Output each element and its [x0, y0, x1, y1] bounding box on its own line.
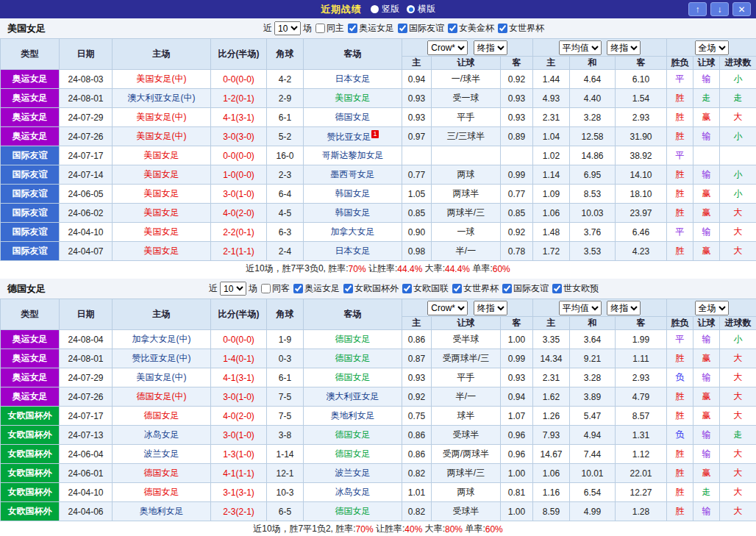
home-team[interactable]: 美国女足 [113, 185, 211, 204]
odds-stage-select[interactable]: 终指 [474, 301, 507, 315]
filter-same-side-checkbox[interactable] [315, 24, 325, 33]
home-team[interactable]: 加拿大女足(中) [113, 330, 211, 349]
home-team[interactable]: 波兰女足 [113, 445, 211, 464]
corners: 16-0 [267, 146, 304, 165]
filter-competition-checkbox[interactable] [348, 24, 357, 33]
filter-competition-checkbox[interactable] [452, 284, 462, 293]
filter-competition[interactable]: 世女欧预 [552, 282, 599, 295]
competition-tag: 国际友谊 [1, 165, 60, 185]
match-date: 24-07-26 [60, 387, 113, 407]
col-type: 类型 [1, 39, 60, 70]
away-odds: 0.93 [501, 89, 533, 108]
home-team[interactable]: 美国女足(中) [113, 108, 211, 127]
away-team[interactable]: 冰岛女足 [304, 483, 402, 502]
home-team[interactable]: 美国女足 [113, 204, 211, 223]
away-team[interactable]: 韩国女足 [304, 204, 402, 223]
table-row: 女欧国杯外24-07-17德国女足4-0(2-0)7-5奥地利女足0.75球半1… [1, 407, 756, 426]
away-team[interactable]: 澳大利亚女足 [304, 387, 402, 407]
home-team[interactable]: 美国女足(中) [113, 368, 211, 387]
table-row: 国际友谊24-07-17美国女足0-0(0-0)16-0哥斯达黎加女足1.021… [1, 146, 756, 165]
filter-competition-checkbox[interactable] [293, 284, 303, 293]
filter-competition[interactable]: 女欧国杯外 [343, 282, 399, 295]
away-team[interactable]: 哥斯达黎加女足 [304, 146, 402, 165]
result-goals: 大 [720, 407, 756, 426]
away-odds: 0.77 [501, 185, 533, 204]
away-team[interactable]: 德国女足 [304, 368, 402, 387]
result-goals: 走 [720, 426, 756, 445]
filter-competition[interactable]: 女世界杯 [498, 22, 544, 35]
home-team[interactable]: 德国女足 [113, 407, 211, 426]
fulltime-select[interactable]: 全场 [695, 301, 729, 315]
home-team[interactable]: 德国女足(中) [113, 387, 211, 407]
away-team[interactable]: 德国女足 [304, 445, 402, 464]
away-team[interactable]: 日本女足 [304, 242, 402, 261]
close-button[interactable]: ✕ [732, 2, 751, 16]
result-goals: 大 [720, 204, 756, 223]
match-count-select[interactable]: 10 [274, 21, 301, 35]
away-team[interactable]: 德国女足 [304, 349, 402, 368]
layout-radio[interactable]: 横版 [407, 3, 435, 15]
col-goals: 进球数 [720, 57, 756, 70]
away-team[interactable]: 奥地利女足 [304, 407, 402, 426]
home-team[interactable]: 德国女足 [113, 483, 211, 502]
scroll-up-button[interactable]: ↑ [688, 2, 707, 16]
filter-competition-checkbox[interactable] [502, 284, 512, 293]
filter-same-side[interactable]: 同客 [261, 282, 290, 295]
bookmaker-select[interactable]: Crow* [427, 301, 468, 315]
col-avg-away: 客 [616, 317, 667, 330]
home-team[interactable]: 奥地利女足 [113, 502, 211, 521]
odds-stage-select[interactable]: 终指 [474, 40, 507, 55]
filter-same-side[interactable]: 同主 [315, 22, 344, 35]
filter-competition-checkbox[interactable] [402, 284, 412, 293]
away-team[interactable]: 德国女足 [304, 108, 402, 127]
away-team[interactable]: 德国女足 [304, 330, 402, 349]
away-team[interactable]: 波兰女足 [304, 464, 402, 483]
corners: 6-5 [267, 502, 304, 521]
match-count-select[interactable]: 10 [220, 282, 246, 296]
filter-competition-checkbox[interactable] [552, 284, 562, 293]
result-handicap: 赢 [693, 204, 720, 223]
home-team[interactable]: 美国女足 [113, 146, 211, 165]
avg-stage-select[interactable]: 终指 [607, 40, 641, 55]
radio-icon [407, 5, 415, 13]
home-team[interactable]: 美国女足(中) [113, 127, 211, 146]
average-select[interactable]: 平均值 [559, 301, 602, 315]
filter-competition[interactable]: 奥运女足 [293, 282, 340, 295]
home-team[interactable]: 赞比亚女足(中) [113, 349, 211, 368]
fulltime-select[interactable]: 全场 [695, 40, 729, 55]
filter-competition-checkbox[interactable] [343, 284, 353, 293]
filter-competition[interactable]: 国际友谊 [398, 22, 444, 35]
away-team[interactable]: 加拿大女足 [304, 223, 402, 242]
away-team[interactable]: 韩国女足 [304, 185, 402, 204]
filter-competition[interactable]: 女世界杯 [452, 282, 499, 295]
away-team[interactable]: 日本女足 [304, 70, 402, 89]
avg-stage-select[interactable]: 终指 [607, 301, 641, 315]
home-odds: 0.92 [402, 387, 432, 407]
filter-same-side-checkbox[interactable] [261, 284, 271, 293]
home-team[interactable]: 美国女足 [113, 165, 211, 185]
home-team[interactable]: 冰岛女足 [113, 426, 211, 445]
filter-competition-checkbox[interactable] [398, 24, 407, 33]
away-team[interactable]: 墨西哥女足 [304, 165, 402, 185]
away-team[interactable]: 德国女足 [304, 502, 402, 521]
scroll-down-button[interactable]: ↓ [710, 2, 729, 16]
home-team[interactable]: 美国女足 [113, 223, 211, 242]
layout-radio[interactable]: 竖版 [371, 3, 399, 15]
home-team[interactable]: 美国女足(中) [113, 70, 211, 89]
filter-competition[interactable]: 奥运女足 [348, 22, 394, 35]
away-team[interactable]: 美国女足 [304, 89, 402, 108]
away-team[interactable]: 德国女足 [304, 426, 402, 445]
filter-competition[interactable]: 女美金杯 [448, 22, 494, 35]
average-select[interactable]: 平均值 [559, 40, 602, 55]
filter-competition-checkbox[interactable] [448, 24, 457, 33]
filter-competition[interactable]: 女欧国联 [402, 282, 449, 295]
bookmaker-select[interactable]: Crow* [427, 40, 468, 55]
match-date: 24-07-17 [60, 407, 113, 426]
away-team[interactable]: 赞比亚女足1 [304, 127, 402, 146]
filter-competition[interactable]: 国际友谊 [502, 282, 549, 295]
home-team[interactable]: 美国女足 [113, 242, 211, 261]
corners: 4-5 [267, 204, 304, 223]
home-team[interactable]: 澳大利亚女足(中) [113, 89, 211, 108]
filter-competition-checkbox[interactable] [498, 24, 507, 33]
home-team[interactable]: 德国女足 [113, 464, 211, 483]
